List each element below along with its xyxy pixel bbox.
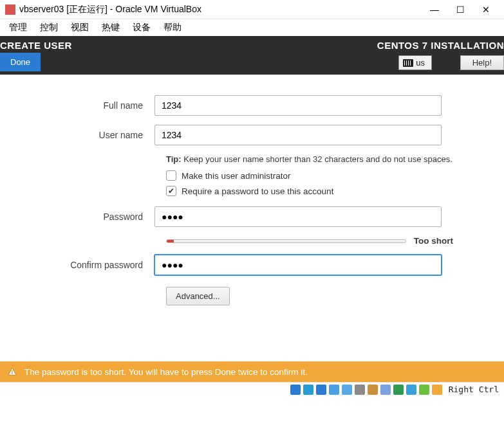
password-label: Password [19,212,154,222]
vbox-menubar: 管理 控制 视图 热键 设备 帮助 [0,19,504,36]
warning-bar: ! The password is too short. You will ha… [0,361,504,382]
menu-manage[interactable]: 管理 [3,21,33,35]
status-recording-icon[interactable] [380,385,391,395]
svg-text:!: ! [12,369,14,376]
window-titlebar: vbserver03 [正在运行] - Oracle VM VirtualBox… [0,0,504,19]
admin-checkbox[interactable] [166,170,176,181]
help-button[interactable]: Help! [460,55,504,70]
password-strength-text: Too short [414,236,453,246]
full-name-label: Full name [19,100,154,111]
confirm-password-input[interactable] [154,255,442,275]
menu-view[interactable]: 视图 [64,21,95,35]
vbox-statusbar: Right Ctrl [0,382,504,396]
status-mouse-icon[interactable] [406,385,416,395]
create-user-form: Full name User name Tip: Keep your user … [0,75,504,318]
virtualbox-icon [5,5,15,15]
menu-help[interactable]: 帮助 [157,21,188,35]
password-strength-fill [167,240,174,242]
keyboard-layout-label: us [416,58,425,68]
user-name-label: User name [19,130,154,140]
status-usb-icon[interactable] [342,385,352,395]
warning-icon: ! [8,367,17,376]
warning-text: The password is too short. You will have… [24,367,308,377]
require-password-checkbox[interactable] [166,186,176,196]
menu-devices[interactable]: 设备 [126,21,157,35]
guest-screen: CREATE USER CENTOS 7 INSTALLATION Done u… [0,36,504,396]
tip-prefix: Tip: [166,154,182,164]
status-audio-icon[interactable] [316,385,326,395]
window-title: vbserver03 [正在运行] - Oracle VM VirtualBox [19,4,422,15]
confirm-password-label: Confirm password [19,260,154,270]
require-password-label: Require a password to use this account [182,186,333,196]
installer-topbar: CREATE USER CENTOS 7 INSTALLATION Done u… [0,36,504,75]
keyboard-layout-indicator[interactable]: us [398,55,432,70]
tip-text: Keep your user name shorter than 32 char… [182,154,453,164]
status-drag-icon[interactable] [432,385,442,395]
host-key-indicator: Right Ctrl [449,385,499,394]
user-name-input[interactable] [154,125,442,145]
status-shared-folder-icon[interactable] [355,385,365,395]
password-strength-bar [166,239,406,243]
done-button[interactable]: Done [0,53,41,71]
status-hdd-icon[interactable] [290,385,301,395]
minimize-button[interactable]: — [422,1,447,19]
menu-input[interactable]: 热键 [95,21,126,35]
status-cpu-icon[interactable] [393,385,404,395]
status-network-icon[interactable] [329,385,339,395]
advanced-button[interactable]: Advanced... [166,287,230,305]
maximize-button[interactable]: ☐ [447,1,473,19]
admin-checkbox-label: Make this user administrator [182,171,291,181]
full-name-input[interactable] [154,95,442,116]
status-optical-icon[interactable] [303,385,313,395]
password-input[interactable] [154,206,442,227]
username-tip: Tip: Keep your user name shorter than 32… [166,154,453,164]
keyboard-icon [403,59,413,67]
install-title: CENTOS 7 INSTALLATION [377,40,504,51]
menu-control[interactable]: 控制 [33,21,64,35]
status-clipboard-icon[interactable] [419,385,429,395]
status-display-icon[interactable] [368,385,378,395]
close-button[interactable]: ✕ [473,1,499,19]
